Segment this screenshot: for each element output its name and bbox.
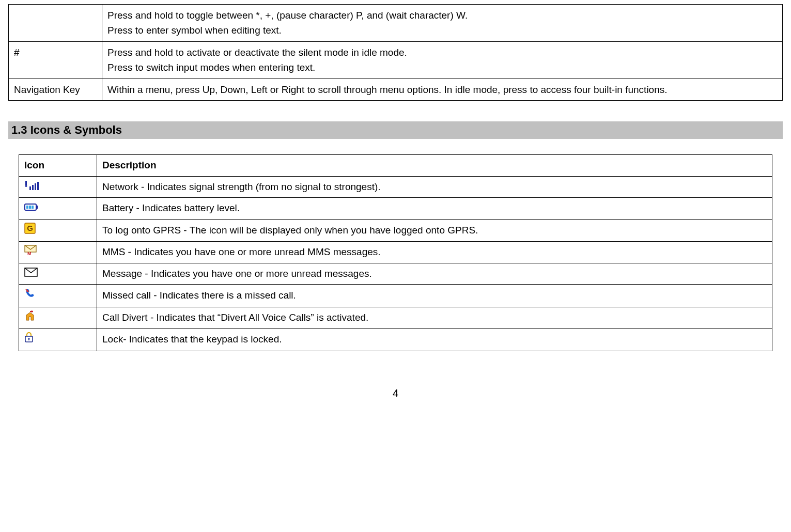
key-cell: [9, 5, 102, 42]
svg-rect-7: [36, 206, 38, 209]
svg-rect-3: [32, 185, 34, 190]
svg-rect-10: [32, 206, 34, 209]
battery-icon: [24, 203, 39, 211]
call-divert-icon: [24, 310, 36, 321]
desc-cell: To log onto GPRS - The icon will be disp…: [97, 219, 772, 242]
table-row: Navigation Key Within a menu, press Up, …: [9, 79, 783, 100]
mms-icon: M: [24, 245, 37, 255]
svg-text:M: M: [27, 251, 32, 255]
table-row: Press and hold to toggle between *, +, (…: [9, 5, 783, 42]
desc-cell: MMS - Indicates you have one or more unr…: [97, 242, 772, 263]
signal-icon: [24, 181, 39, 190]
svg-rect-4: [35, 183, 36, 190]
desc-line: Press and hold to toggle between *, +, (…: [107, 10, 468, 21]
desc-cell: Within a menu, press Up, Down, Left or R…: [102, 79, 783, 100]
lock-icon: [24, 332, 34, 343]
table-row: Message - Indicates you have one or more…: [19, 263, 772, 285]
table-row: Missed call - Indicates there is a misse…: [19, 285, 772, 307]
desc-cell: Message - Indicates you have one or more…: [97, 263, 772, 285]
icon-cell: M: [19, 242, 97, 263]
table-row: M MMS - Indicates you have one or more u…: [19, 242, 772, 263]
section-heading: 1.3 Icons & Symbols: [8, 121, 783, 139]
desc-line: Within a menu, press Up, Down, Left or R…: [107, 84, 668, 95]
desc-cell: Press and hold to activate or deactivate…: [102, 41, 783, 79]
table-row: # Press and hold to activate or deactiva…: [9, 41, 783, 79]
desc-cell: Network - Indicates signal strength (fro…: [97, 176, 772, 198]
icon-cell: [19, 198, 97, 220]
page-number: 4: [8, 387, 783, 399]
svg-text:G: G: [27, 224, 33, 232]
svg-rect-21: [28, 339, 29, 340]
missed-call-icon: [24, 288, 36, 299]
table-row: Battery - Indicates battery level.: [19, 198, 772, 220]
svg-rect-8: [26, 206, 28, 209]
svg-rect-9: [29, 206, 31, 209]
desc-line: Press to enter symbol when editing text.: [107, 25, 282, 36]
svg-point-1: [25, 185, 27, 187]
icon-cell: [19, 285, 97, 307]
icons-header-icon: Icon: [19, 155, 97, 177]
icon-cell: [19, 176, 97, 198]
key-cell: Navigation Key: [9, 79, 102, 100]
table-row: Lock- Indicates that the keypad is locke…: [19, 328, 772, 351]
desc-cell: Lock- Indicates that the keypad is locke…: [97, 328, 772, 351]
icons-header-description: Description: [97, 155, 772, 177]
message-icon: [24, 268, 38, 277]
icon-cell: [19, 328, 97, 351]
desc-cell: Missed call - Indicates there is a misse…: [97, 285, 772, 307]
keys-table: Press and hold to toggle between *, +, (…: [8, 4, 783, 101]
desc-cell: Call Divert - Indicates that “Divert All…: [97, 307, 772, 328]
icons-table: Icon Description Network - Indicates sig…: [19, 154, 772, 351]
desc-cell: Press and hold to toggle between *, +, (…: [102, 5, 783, 42]
table-row: Call Divert - Indicates that “Divert All…: [19, 307, 772, 328]
svg-rect-2: [29, 186, 31, 190]
key-cell: #: [9, 41, 102, 79]
icons-header-row: Icon Description: [19, 155, 772, 177]
icon-cell: G: [19, 219, 97, 242]
table-row: G To log onto GPRS - The icon will be di…: [19, 219, 772, 242]
desc-line: Press and hold to activate or deactivate…: [107, 47, 407, 58]
icon-cell: [19, 307, 97, 328]
desc-line: Press to switch input modes when enterin…: [107, 62, 315, 73]
icon-cell: [19, 263, 97, 285]
svg-marker-17: [26, 312, 34, 320]
gprs-icon: G: [24, 223, 36, 234]
svg-rect-0: [25, 181, 27, 185]
table-row: Network - Indicates signal strength (fro…: [19, 176, 772, 198]
desc-cell: Battery - Indicates battery level.: [97, 198, 772, 220]
svg-rect-5: [37, 182, 39, 190]
